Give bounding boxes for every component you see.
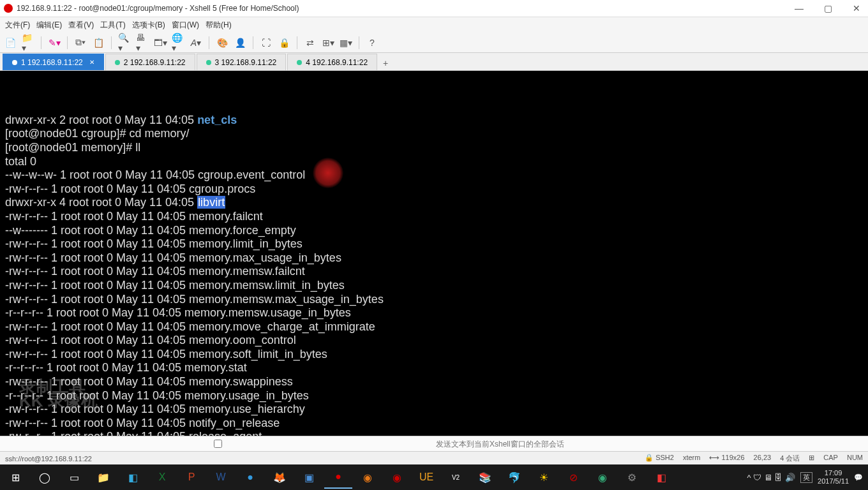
terminal-line: drwxr-xr-x 2 root root 0 May 11 04:05 ne… bbox=[5, 114, 863, 128]
broadcast-input[interactable] bbox=[436, 440, 864, 449]
app-icon-2[interactable]: ● bbox=[236, 466, 264, 489]
app-icon-1[interactable]: ◧ bbox=[119, 466, 147, 489]
app-icon-3[interactable]: ◉ bbox=[354, 466, 382, 489]
terminal-line: -r--r--r-- 1 root root 0 May 11 04:05 me… bbox=[5, 361, 863, 375]
terminal-line: -rw-r--r-- 1 root root 0 May 11 04:05 me… bbox=[5, 251, 863, 265]
tab-session-1[interactable]: 1 192.168.9.11:22✕ bbox=[3, 54, 104, 70]
paste-icon[interactable]: 📋 bbox=[92, 36, 105, 49]
log-icon[interactable]: ⊞▾ bbox=[322, 36, 334, 49]
app-icon-6[interactable]: 🐬 bbox=[500, 466, 528, 489]
explorer-icon[interactable]: 📁 bbox=[89, 466, 117, 489]
terminal[interactable]: 录制工具KK 录像机 drwxr-xr-x 2 root root 0 May … bbox=[0, 71, 868, 436]
tab-label: 1 192.168.9.11:22 bbox=[21, 58, 83, 67]
status-dot-icon bbox=[297, 60, 302, 65]
terminal-line: -rw-r--r-- 1 root root 0 May 11 04:05 cg… bbox=[5, 182, 863, 197]
file-name: memory.oom_control bbox=[189, 334, 296, 346]
tab-label: 2 192.168.9.11:22 bbox=[124, 58, 186, 67]
menu-help[interactable]: 帮助(H) bbox=[203, 19, 234, 31]
fullscreen-icon[interactable]: ⛶ bbox=[260, 36, 273, 49]
file-name: cgroup.event_control bbox=[198, 168, 305, 181]
user-icon[interactable]: 👤 bbox=[234, 36, 246, 49]
status-dot-icon bbox=[115, 60, 120, 65]
app-icon-4[interactable]: ◉ bbox=[383, 466, 411, 489]
tab-close-icon[interactable]: ✕ bbox=[89, 59, 94, 66]
menu-window[interactable]: 窗口(W) bbox=[169, 19, 202, 31]
menu-view[interactable]: 查看(V) bbox=[66, 19, 96, 31]
globe-icon[interactable]: 🌐▾ bbox=[172, 36, 184, 49]
ue-icon[interactable]: UE bbox=[412, 466, 440, 489]
status-size: ⟷ 119x26 bbox=[709, 454, 744, 463]
status-term: xterm bbox=[683, 454, 701, 463]
word-icon[interactable]: W bbox=[207, 466, 235, 489]
file-name: cgroup.procs bbox=[189, 182, 255, 195]
terminal-line: -rw-r--r-- 1 root root 0 May 11 04:05 me… bbox=[5, 265, 863, 279]
file-name: release_agent bbox=[189, 430, 262, 436]
app-icon-11[interactable]: ◧ bbox=[647, 466, 675, 489]
menu-file[interactable]: 文件(F) bbox=[3, 19, 33, 31]
color-icon[interactable]: 🎨 bbox=[216, 36, 228, 49]
tab-add-button[interactable]: + bbox=[378, 56, 393, 70]
firefox-icon[interactable]: 🦊 bbox=[266, 466, 294, 489]
file-name: memory.use_hierarchy bbox=[189, 403, 305, 415]
file-name: memory.failcnt bbox=[189, 210, 263, 223]
close-button[interactable]: ✕ bbox=[849, 3, 864, 13]
status-cap: CAP bbox=[823, 454, 838, 463]
file-name: memory.memsw.failcnt bbox=[189, 265, 305, 278]
terminal-line: -rw-r--r-- 1 root root 0 May 11 04:05 me… bbox=[5, 210, 863, 224]
menu-edit[interactable]: 编辑(E) bbox=[34, 19, 64, 31]
status-dot-icon bbox=[12, 60, 17, 65]
menu-tools[interactable]: 工具(T) bbox=[98, 19, 128, 31]
app-icon-7[interactable]: ☀ bbox=[530, 466, 558, 489]
status-num: NUM bbox=[847, 454, 863, 463]
cortana-icon[interactable]: ◯ bbox=[31, 466, 59, 489]
maximize-button[interactable]: ▢ bbox=[820, 3, 836, 13]
transfer-icon[interactable]: ⇄ bbox=[304, 36, 317, 49]
app-icon-5[interactable]: 📚 bbox=[471, 466, 499, 489]
excel-icon[interactable]: X bbox=[148, 466, 176, 489]
tray-ime[interactable]: 英 bbox=[800, 472, 812, 483]
vnc-icon[interactable]: V2 bbox=[442, 466, 470, 489]
file-name: memory.limit_in_bytes bbox=[189, 237, 303, 250]
app-icon-10[interactable]: ⚙ bbox=[618, 466, 646, 489]
powerpoint-icon[interactable]: P bbox=[177, 466, 206, 489]
terminal-line: -rw-r--r-- 1 root root 0 May 11 04:05 me… bbox=[5, 334, 863, 348]
file-name: memory.max_usage_in_bytes bbox=[189, 251, 341, 264]
terminal-line: -rw-r--r-- 1 root root 0 May 11 04:05 me… bbox=[5, 348, 863, 362]
properties-icon[interactable]: 🗔▾ bbox=[154, 36, 167, 49]
status-sessions: 4 会话 bbox=[780, 454, 800, 463]
tab-session-3[interactable]: 3 192.168.9.11:22 bbox=[197, 54, 287, 70]
file-name: memory.swappiness bbox=[189, 375, 293, 388]
tab-session-4[interactable]: 4 192.168.9.11:22 bbox=[287, 54, 377, 70]
toolbar: 📄 📁▾ ✎▾ ⧉▾ 📋 🔍▾ 🖶▾ 🗔▾ 🌐▾ A▾ 🎨 👤 ⛶ 🔒 ⇄ ⊞▾… bbox=[0, 33, 868, 53]
file-name: libvirt bbox=[197, 196, 225, 209]
xshell-taskbar-icon[interactable]: ● bbox=[324, 466, 352, 489]
tray-icons[interactable]: ^ 🛡 🖥 🗄 🔊 bbox=[747, 473, 796, 482]
terminal-line: -rw-r--r-- 1 root root 0 May 11 04:05 me… bbox=[5, 403, 863, 417]
lock-icon[interactable]: 🔒 bbox=[278, 36, 290, 49]
layout-icon[interactable]: ▦▾ bbox=[340, 36, 352, 49]
vm-icon[interactable]: ▣ bbox=[295, 466, 323, 489]
reconnect-icon[interactable]: ✎▾ bbox=[48, 36, 61, 49]
terminal-line: -r--r--r-- 1 root root 0 May 11 04:05 me… bbox=[5, 389, 863, 403]
new-session-icon[interactable]: 📄 bbox=[4, 36, 17, 49]
broadcast-checkbox[interactable] bbox=[4, 440, 432, 448]
terminal-line: -rw-r--r-- 1 root root 0 May 11 04:05 no… bbox=[5, 417, 863, 431]
start-button[interactable]: ⊞ bbox=[1, 466, 29, 489]
print-icon[interactable]: 🖶▾ bbox=[136, 36, 149, 49]
help-icon[interactable]: ? bbox=[366, 36, 378, 49]
find-icon[interactable]: 🔍▾ bbox=[118, 36, 131, 49]
file-name: memory.stat bbox=[184, 361, 247, 374]
menu-tab[interactable]: 选项卡(B) bbox=[130, 19, 168, 31]
copy-icon[interactable]: ⧉▾ bbox=[74, 36, 87, 49]
app-icon-8[interactable]: ⊘ bbox=[559, 466, 587, 489]
app-icon-9[interactable]: ◉ bbox=[588, 466, 617, 489]
minimize-button[interactable]: — bbox=[791, 3, 807, 13]
terminal-line: --w------- 1 root root 0 May 11 04:05 me… bbox=[5, 224, 863, 238]
tab-session-2[interactable]: 2 192.168.9.11:22 bbox=[105, 54, 195, 70]
tray-notifications-icon[interactable]: 💬 bbox=[854, 473, 863, 482]
open-icon[interactable]: 📁▾ bbox=[22, 36, 34, 49]
tab-label: 4 192.168.9.11:22 bbox=[306, 58, 368, 67]
taskview-icon[interactable]: ▭ bbox=[60, 466, 88, 489]
tray-clock[interactable]: 17:092017/5/11 bbox=[818, 469, 849, 486]
font-icon[interactable]: A▾ bbox=[190, 36, 202, 49]
